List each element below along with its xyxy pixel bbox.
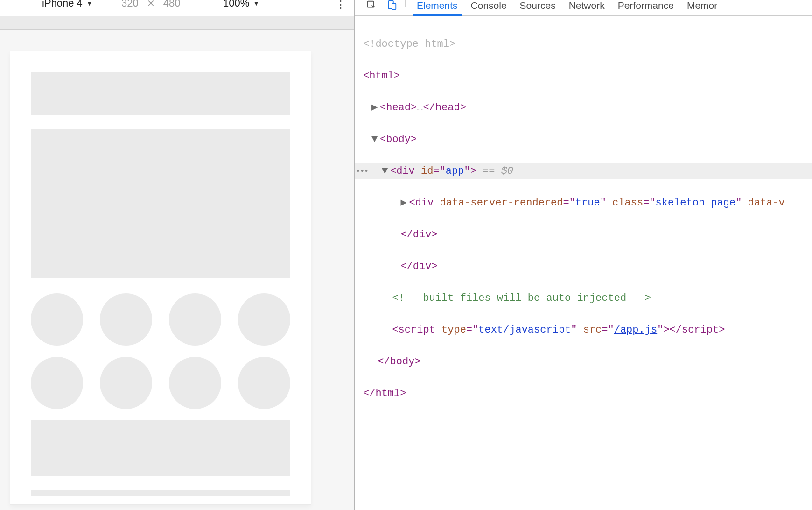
skeleton-circle (169, 357, 221, 409)
skeleton-block (31, 129, 290, 278)
ruler-bar (0, 16, 354, 30)
toggle-device-toolbar-button[interactable] (382, 0, 402, 15)
tabbar-separator (405, 0, 406, 7)
dimension-height[interactable]: 480 (163, 0, 181, 9)
skeleton-circle (169, 293, 221, 346)
skeleton-block (31, 72, 290, 115)
zoom-selector[interactable]: 100% ▼ (223, 0, 259, 9)
dom-node-inner-div[interactable]: ▶<div data-server-rendered="true" class=… (355, 195, 812, 211)
skeleton-block (31, 420, 290, 476)
tab-memory[interactable]: Memor (680, 0, 724, 15)
device-selector-label: iPhone 4 (42, 0, 83, 9)
ellipsis-icon[interactable]: ••• (355, 163, 364, 179)
dom-node-close-div[interactable]: </div> (355, 259, 812, 275)
device-toolbar: iPhone 4 ▼ 320 ✕ 480 100% ▼ ⋮ (0, 0, 354, 16)
dom-node-close-div[interactable]: </div> (355, 227, 812, 243)
tab-performance[interactable]: Performance (611, 0, 680, 15)
dom-node-html-open[interactable]: <html> (355, 68, 812, 84)
tab-console[interactable]: Console (464, 0, 513, 15)
dom-tree[interactable]: <!doctype html> <html> ▶<head>…</head> ▼… (355, 16, 812, 510)
skeleton-circle (100, 357, 152, 409)
device-preview-pane: iPhone 4 ▼ 320 ✕ 480 100% ▼ ⋮ (0, 0, 355, 510)
dom-node-script[interactable]: <script type="text/javascript" src="/app… (355, 322, 812, 338)
zoom-label: 100% (223, 0, 249, 9)
dom-node-comment[interactable]: <!-- built files will be auto injected -… (355, 290, 812, 306)
dom-node-body-open[interactable]: ▼<body> (355, 132, 812, 148)
dom-node-head[interactable]: ▶<head>…</head> (355, 100, 812, 116)
dimension-separator-icon: ✕ (147, 0, 155, 9)
skeleton-circle (238, 293, 290, 346)
skeleton-circle-row (31, 293, 290, 346)
device-frame (10, 51, 311, 504)
skeleton-block (31, 490, 290, 496)
ruler-corner (0, 16, 14, 29)
devtools-pane: Elements Console Sources Network Perform… (355, 0, 812, 510)
tab-elements[interactable]: Elements (410, 0, 464, 15)
inspect-element-button[interactable] (361, 0, 382, 15)
chevron-down-icon: ▼ (253, 0, 259, 7)
skeleton-circle (31, 293, 83, 346)
skeleton-circle (100, 293, 152, 346)
dimension-width[interactable]: 320 (121, 0, 139, 9)
ruler-body[interactable] (14, 16, 354, 29)
dom-node-close-body[interactable]: </body> (355, 354, 812, 370)
svg-rect-2 (392, 3, 396, 9)
preview-canvas[interactable] (0, 30, 354, 510)
skeleton-circle (238, 357, 290, 409)
dom-node-selected[interactable]: ••• ▼<div id="app"> == $0 (355, 163, 812, 179)
dom-node-close-html[interactable]: </html> (355, 386, 812, 402)
dimensions-group: 320 ✕ 480 (121, 0, 180, 9)
chevron-down-icon: ▼ (86, 0, 93, 7)
skeleton-circle (31, 357, 83, 409)
dom-node-doctype[interactable]: <!doctype html> (355, 36, 812, 52)
tab-sources[interactable]: Sources (513, 0, 562, 15)
devtools-tabbar: Elements Console Sources Network Perform… (355, 0, 812, 16)
device-selector[interactable]: iPhone 4 ▼ (42, 0, 93, 9)
skeleton-circle-row (31, 357, 290, 409)
more-options-button[interactable]: ⋮ (336, 0, 346, 11)
tab-network[interactable]: Network (562, 0, 611, 15)
